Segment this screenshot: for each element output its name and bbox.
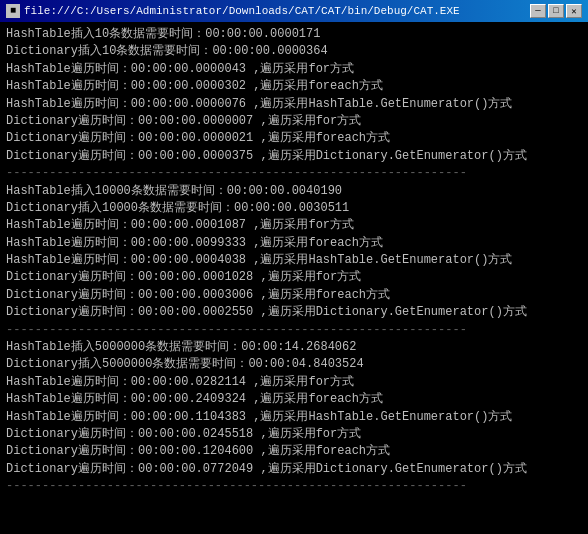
console-line: Dictionary遍历时间：00:00:00.0000007 ,遍历采用for… <box>6 113 582 130</box>
console-line: Dictionary插入10000条数据需要时间：00:00:00.003051… <box>6 200 582 217</box>
console-line: ----------------------------------------… <box>6 165 582 182</box>
console-line: Dictionary遍历时间：00:00:00.0245518 ,遍历采用for… <box>6 426 582 443</box>
console-line: ----------------------------------------… <box>6 322 582 339</box>
close-button[interactable]: ✕ <box>566 4 582 18</box>
console-line: Dictionary遍历时间：00:00:00.0001028 ,遍历采用for… <box>6 269 582 286</box>
console-line: Dictionary遍历时间：00:00:00.0000021 ,遍历采用for… <box>6 130 582 147</box>
console-line: HashTable遍历时间：00:00:00.0000302 ,遍历采用fore… <box>6 78 582 95</box>
minimize-button[interactable]: — <box>530 4 546 18</box>
maximize-button[interactable]: □ <box>548 4 564 18</box>
console-line: HashTable遍历时间：00:00:00.0004038 ,遍历采用Hash… <box>6 252 582 269</box>
console-line: ----------------------------------------… <box>6 478 582 495</box>
console-line: HashTable插入10000条数据需要时间：00:00:00.0040190 <box>6 183 582 200</box>
console-line: HashTable遍历时间：00:00:00.2409324 ,遍历采用fore… <box>6 391 582 408</box>
console-output: HashTable插入10条数据需要时间：00:00:00.0000171Dic… <box>0 22 588 534</box>
title-buttons: — □ ✕ <box>530 4 582 18</box>
main-window: ■ file:///C:/Users/Administrator/Downloa… <box>0 0 588 534</box>
console-line: HashTable遍历时间：00:00:00.0001087 ,遍历采用for方… <box>6 217 582 234</box>
console-line: HashTable遍历时间：00:00:00.0000076 ,遍历采用Hash… <box>6 96 582 113</box>
console-line: HashTable遍历时间：00:00:00.0000043 ,遍历采用for方… <box>6 61 582 78</box>
console-line: HashTable遍历时间：00:00:00.1104383 ,遍历采用Hash… <box>6 409 582 426</box>
console-line: HashTable插入10条数据需要时间：00:00:00.0000171 <box>6 26 582 43</box>
console-line: Dictionary遍历时间：00:00:00.0000375 ,遍历采用Dic… <box>6 148 582 165</box>
title-bar-left: ■ file:///C:/Users/Administrator/Downloa… <box>6 4 460 18</box>
console-line: Dictionary遍历时间：00:00:00.0003006 ,遍历采用for… <box>6 287 582 304</box>
window-title: file:///C:/Users/Administrator/Downloads… <box>24 5 460 17</box>
console-line: Dictionary插入5000000条数据需要时间：00:00:04.8403… <box>6 356 582 373</box>
title-bar: ■ file:///C:/Users/Administrator/Downloa… <box>0 0 588 22</box>
console-line: HashTable插入5000000条数据需要时间：00:00:14.26840… <box>6 339 582 356</box>
console-line: Dictionary遍历时间：00:00:00.1204600 ,遍历采用for… <box>6 443 582 460</box>
console-line: HashTable遍历时间：00:00:00.0282114 ,遍历采用for方… <box>6 374 582 391</box>
console-line: Dictionary遍历时间：00:00:00.0002550 ,遍历采用Dic… <box>6 304 582 321</box>
console-line: HashTable遍历时间：00:00:00.0099333 ,遍历采用fore… <box>6 235 582 252</box>
console-line: Dictionary遍历时间：00:00:00.0772049 ,遍历采用Dic… <box>6 461 582 478</box>
app-icon: ■ <box>6 4 20 18</box>
console-line: Dictionary插入10条数据需要时间：00:00:00.0000364 <box>6 43 582 60</box>
